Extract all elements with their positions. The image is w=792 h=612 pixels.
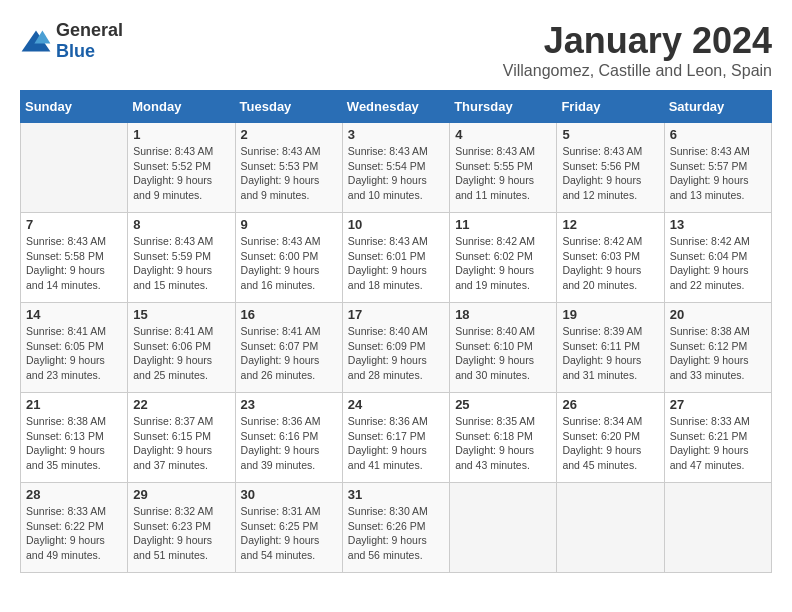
calendar-cell: 22Sunrise: 8:37 AMSunset: 6:15 PMDayligh…: [128, 393, 235, 483]
day-number: 18: [455, 307, 551, 322]
cell-content: Sunrise: 8:31 AMSunset: 6:25 PMDaylight:…: [241, 504, 337, 563]
week-row-3: 14Sunrise: 8:41 AMSunset: 6:05 PMDayligh…: [21, 303, 772, 393]
cell-content: Sunrise: 8:33 AMSunset: 6:21 PMDaylight:…: [670, 414, 766, 473]
day-number: 1: [133, 127, 229, 142]
cell-content: Sunrise: 8:41 AMSunset: 6:06 PMDaylight:…: [133, 324, 229, 383]
week-row-2: 7Sunrise: 8:43 AMSunset: 5:58 PMDaylight…: [21, 213, 772, 303]
calendar-cell: 17Sunrise: 8:40 AMSunset: 6:09 PMDayligh…: [342, 303, 449, 393]
cell-content: Sunrise: 8:40 AMSunset: 6:09 PMDaylight:…: [348, 324, 444, 383]
main-title: January 2024: [503, 20, 772, 62]
calendar-cell: 3Sunrise: 8:43 AMSunset: 5:54 PMDaylight…: [342, 123, 449, 213]
day-number: 31: [348, 487, 444, 502]
cell-content: Sunrise: 8:43 AMSunset: 5:56 PMDaylight:…: [562, 144, 658, 203]
day-number: 27: [670, 397, 766, 412]
day-number: 24: [348, 397, 444, 412]
cell-content: Sunrise: 8:43 AMSunset: 5:54 PMDaylight:…: [348, 144, 444, 203]
calendar-cell: 11Sunrise: 8:42 AMSunset: 6:02 PMDayligh…: [450, 213, 557, 303]
page-header: General Blue January 2024 Villangomez, C…: [20, 20, 772, 80]
logo: General Blue: [20, 20, 123, 62]
logo-blue: Blue: [56, 41, 95, 61]
calendar-cell: 24Sunrise: 8:36 AMSunset: 6:17 PMDayligh…: [342, 393, 449, 483]
calendar-table: Sunday Monday Tuesday Wednesday Thursday…: [20, 90, 772, 573]
cell-content: Sunrise: 8:43 AMSunset: 5:58 PMDaylight:…: [26, 234, 122, 293]
day-number: 5: [562, 127, 658, 142]
day-number: 8: [133, 217, 229, 232]
cell-content: Sunrise: 8:41 AMSunset: 6:05 PMDaylight:…: [26, 324, 122, 383]
day-number: 2: [241, 127, 337, 142]
calendar-cell: 5Sunrise: 8:43 AMSunset: 5:56 PMDaylight…: [557, 123, 664, 213]
cell-content: Sunrise: 8:38 AMSunset: 6:13 PMDaylight:…: [26, 414, 122, 473]
cell-content: Sunrise: 8:43 AMSunset: 5:57 PMDaylight:…: [670, 144, 766, 203]
header-sunday: Sunday: [21, 91, 128, 123]
subtitle: Villangomez, Castille and Leon, Spain: [503, 62, 772, 80]
day-number: 17: [348, 307, 444, 322]
calendar-cell: 21Sunrise: 8:38 AMSunset: 6:13 PMDayligh…: [21, 393, 128, 483]
calendar-cell: 16Sunrise: 8:41 AMSunset: 6:07 PMDayligh…: [235, 303, 342, 393]
calendar-header: Sunday Monday Tuesday Wednesday Thursday…: [21, 91, 772, 123]
cell-content: Sunrise: 8:30 AMSunset: 6:26 PMDaylight:…: [348, 504, 444, 563]
cell-content: Sunrise: 8:32 AMSunset: 6:23 PMDaylight:…: [133, 504, 229, 563]
calendar-cell: [450, 483, 557, 573]
calendar-cell: 8Sunrise: 8:43 AMSunset: 5:59 PMDaylight…: [128, 213, 235, 303]
day-number: 23: [241, 397, 337, 412]
header-saturday: Saturday: [664, 91, 771, 123]
logo-general: General: [56, 20, 123, 40]
cell-content: Sunrise: 8:42 AMSunset: 6:03 PMDaylight:…: [562, 234, 658, 293]
header-tuesday: Tuesday: [235, 91, 342, 123]
calendar-cell: 15Sunrise: 8:41 AMSunset: 6:06 PMDayligh…: [128, 303, 235, 393]
day-number: 29: [133, 487, 229, 502]
day-number: 25: [455, 397, 551, 412]
calendar-body: 1Sunrise: 8:43 AMSunset: 5:52 PMDaylight…: [21, 123, 772, 573]
day-number: 19: [562, 307, 658, 322]
calendar-cell: [557, 483, 664, 573]
day-number: 13: [670, 217, 766, 232]
calendar-cell: 13Sunrise: 8:42 AMSunset: 6:04 PMDayligh…: [664, 213, 771, 303]
calendar-cell: 19Sunrise: 8:39 AMSunset: 6:11 PMDayligh…: [557, 303, 664, 393]
cell-content: Sunrise: 8:42 AMSunset: 6:02 PMDaylight:…: [455, 234, 551, 293]
cell-content: Sunrise: 8:42 AMSunset: 6:04 PMDaylight:…: [670, 234, 766, 293]
cell-content: Sunrise: 8:35 AMSunset: 6:18 PMDaylight:…: [455, 414, 551, 473]
calendar-cell: 14Sunrise: 8:41 AMSunset: 6:05 PMDayligh…: [21, 303, 128, 393]
header-wednesday: Wednesday: [342, 91, 449, 123]
day-number: 11: [455, 217, 551, 232]
calendar-cell: 31Sunrise: 8:30 AMSunset: 6:26 PMDayligh…: [342, 483, 449, 573]
day-number: 22: [133, 397, 229, 412]
day-number: 15: [133, 307, 229, 322]
day-number: 20: [670, 307, 766, 322]
cell-content: Sunrise: 8:43 AMSunset: 5:52 PMDaylight:…: [133, 144, 229, 203]
cell-content: Sunrise: 8:41 AMSunset: 6:07 PMDaylight:…: [241, 324, 337, 383]
calendar-cell: 9Sunrise: 8:43 AMSunset: 6:00 PMDaylight…: [235, 213, 342, 303]
day-number: 26: [562, 397, 658, 412]
cell-content: Sunrise: 8:43 AMSunset: 6:00 PMDaylight:…: [241, 234, 337, 293]
day-number: 6: [670, 127, 766, 142]
day-number: 10: [348, 217, 444, 232]
day-number: 4: [455, 127, 551, 142]
cell-content: Sunrise: 8:33 AMSunset: 6:22 PMDaylight:…: [26, 504, 122, 563]
day-number: 9: [241, 217, 337, 232]
cell-content: Sunrise: 8:43 AMSunset: 5:59 PMDaylight:…: [133, 234, 229, 293]
calendar-cell: [21, 123, 128, 213]
calendar-cell: 12Sunrise: 8:42 AMSunset: 6:03 PMDayligh…: [557, 213, 664, 303]
title-section: January 2024 Villangomez, Castille and L…: [503, 20, 772, 80]
header-row: Sunday Monday Tuesday Wednesday Thursday…: [21, 91, 772, 123]
header-friday: Friday: [557, 91, 664, 123]
day-number: 14: [26, 307, 122, 322]
day-number: 3: [348, 127, 444, 142]
day-number: 12: [562, 217, 658, 232]
week-row-5: 28Sunrise: 8:33 AMSunset: 6:22 PMDayligh…: [21, 483, 772, 573]
calendar-cell: 29Sunrise: 8:32 AMSunset: 6:23 PMDayligh…: [128, 483, 235, 573]
cell-content: Sunrise: 8:37 AMSunset: 6:15 PMDaylight:…: [133, 414, 229, 473]
calendar-cell: 26Sunrise: 8:34 AMSunset: 6:20 PMDayligh…: [557, 393, 664, 483]
cell-content: Sunrise: 8:43 AMSunset: 6:01 PMDaylight:…: [348, 234, 444, 293]
calendar-cell: 2Sunrise: 8:43 AMSunset: 5:53 PMDaylight…: [235, 123, 342, 213]
day-number: 16: [241, 307, 337, 322]
logo-icon: [20, 29, 52, 53]
week-row-1: 1Sunrise: 8:43 AMSunset: 5:52 PMDaylight…: [21, 123, 772, 213]
cell-content: Sunrise: 8:34 AMSunset: 6:20 PMDaylight:…: [562, 414, 658, 473]
cell-content: Sunrise: 8:43 AMSunset: 5:53 PMDaylight:…: [241, 144, 337, 203]
cell-content: Sunrise: 8:36 AMSunset: 6:17 PMDaylight:…: [348, 414, 444, 473]
calendar-cell: 30Sunrise: 8:31 AMSunset: 6:25 PMDayligh…: [235, 483, 342, 573]
day-number: 7: [26, 217, 122, 232]
cell-content: Sunrise: 8:40 AMSunset: 6:10 PMDaylight:…: [455, 324, 551, 383]
calendar-cell: 28Sunrise: 8:33 AMSunset: 6:22 PMDayligh…: [21, 483, 128, 573]
